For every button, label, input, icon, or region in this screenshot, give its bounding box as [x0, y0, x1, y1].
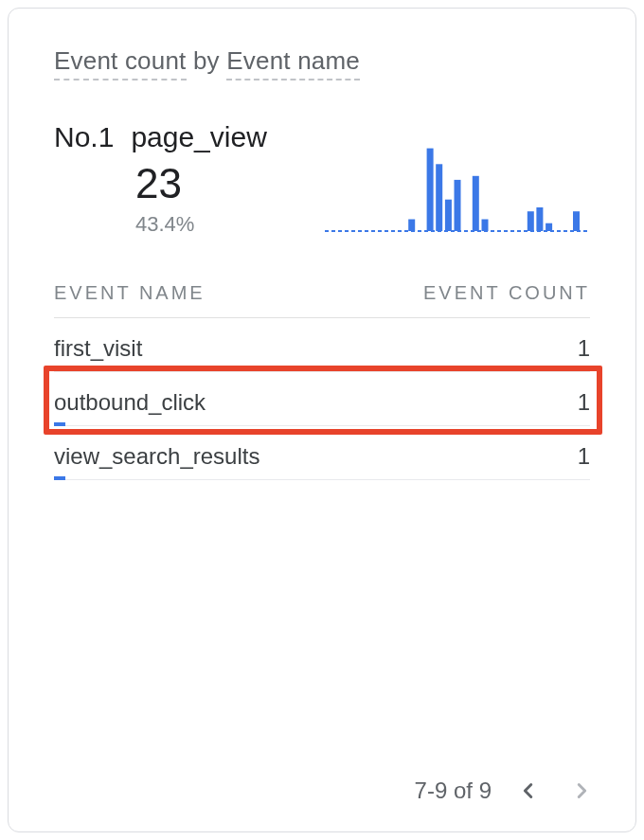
top-event-pct: 43.4% [135, 212, 267, 237]
row-event-count: 1 [578, 443, 590, 470]
svg-rect-8 [528, 212, 534, 232]
svg-rect-2 [427, 149, 434, 231]
svg-rect-3 [436, 165, 442, 232]
table-row[interactable]: view_search_results1 [54, 426, 590, 480]
svg-rect-4 [445, 200, 452, 231]
pager-prev-button[interactable] [512, 775, 545, 807]
col-event-count: EVENT COUNT [423, 282, 590, 304]
pager: 7-9 of 9 [415, 775, 598, 807]
top-event-name: page_view [131, 121, 266, 153]
row-bar [54, 476, 65, 480]
dimension-name[interactable]: Event name [226, 46, 360, 80]
card-title: Event count by Event name [54, 46, 590, 76]
pager-range: 7-9 of 9 [415, 777, 492, 804]
pager-next-button[interactable] [565, 775, 598, 807]
table-row[interactable]: outbound_click1 [54, 372, 590, 426]
svg-rect-9 [536, 207, 543, 231]
hero-left: No.1 page_view 23 43.4% [54, 121, 267, 237]
hero-section: No.1 page_view 23 43.4% [54, 121, 590, 237]
table-header: EVENT NAME EVENT COUNT [54, 275, 590, 318]
row-event-name: view_search_results [54, 443, 259, 470]
metric-name[interactable]: Event count [54, 46, 187, 80]
col-event-name: EVENT NAME [54, 282, 206, 304]
row-event-name: outbound_click [54, 389, 206, 416]
svg-rect-10 [546, 223, 552, 231]
row-event-name: first_visit [54, 335, 142, 362]
svg-rect-6 [473, 176, 479, 231]
sparkline-chart [325, 129, 590, 233]
hero-rank-line: No.1 page_view [54, 121, 267, 153]
top-event-value: 23 [135, 161, 267, 206]
svg-rect-7 [482, 220, 489, 232]
svg-rect-1 [408, 220, 415, 232]
title-by: by [193, 46, 220, 75]
table-body: first_visit1outbound_click1view_search_r… [54, 318, 590, 480]
table-row[interactable]: first_visit1 [54, 318, 590, 372]
chevron-left-icon [518, 780, 539, 801]
row-event-count: 1 [578, 335, 590, 362]
svg-rect-5 [455, 180, 461, 231]
chevron-right-icon [571, 780, 592, 801]
rank-label: No.1 [54, 121, 114, 153]
analytics-card: Event count by Event name No.1 page_view… [8, 8, 636, 832]
row-event-count: 1 [578, 389, 590, 416]
svg-rect-11 [573, 212, 580, 232]
